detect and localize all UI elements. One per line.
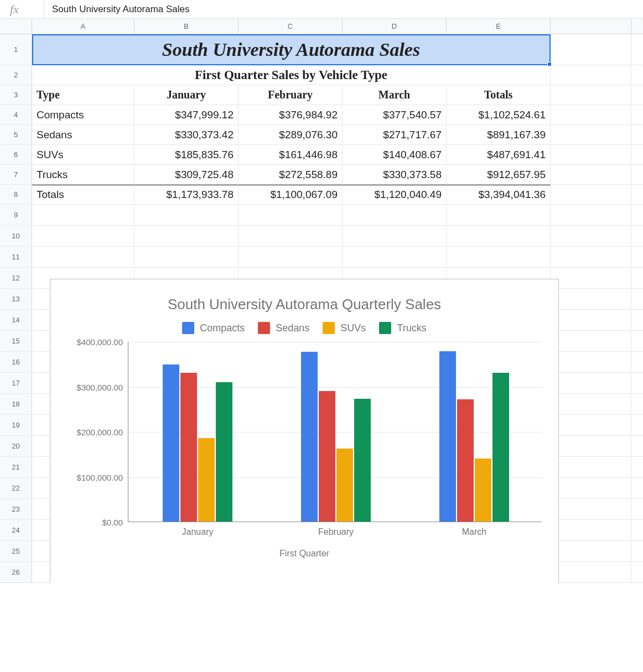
cell-E9[interactable] [447,205,551,225]
cell-blank[interactable] [551,145,631,164]
cell-blank[interactable] [551,436,631,456]
cell-C7[interactable]: $272,558.89 [238,165,343,184]
row-header-3[interactable]: 3 [0,85,32,105]
select-all-corner[interactable] [0,19,32,34]
cell-C9[interactable] [238,205,343,225]
row-header-16[interactable]: 16 [0,352,32,372]
cell-C10[interactable] [238,226,343,246]
cell-E11[interactable] [447,247,551,267]
cell-blank[interactable] [551,105,631,124]
cell-A8[interactable]: Totals [32,185,134,204]
row-header-18[interactable]: 18 [0,394,32,414]
cell-A6[interactable]: SUVs [32,145,134,164]
formula-bar-content[interactable]: South University Autorama Sales [44,4,643,15]
cell-D4[interactable]: $377,540.57 [343,105,447,124]
cell-B4[interactable]: $347,999.12 [134,105,238,124]
row-header-2[interactable]: 2 [0,65,32,85]
col-header-A[interactable]: A [32,19,134,34]
row-header-21[interactable]: 21 [0,457,32,477]
cell-blank[interactable] [551,226,631,246]
row-header-4[interactable]: 4 [0,105,32,124]
cell-C6[interactable]: $161,446.98 [238,145,343,164]
row-header-9[interactable]: 9 [0,205,32,225]
col-header-B[interactable]: B [134,19,238,34]
cell-B10[interactable] [134,226,238,246]
cell-C11[interactable] [238,247,343,267]
row-header-13[interactable]: 13 [0,289,32,309]
cell-blank[interactable] [551,310,631,330]
cell-blank[interactable] [551,520,631,540]
cell-A3[interactable]: Type [32,85,134,105]
row-header-15[interactable]: 15 [0,331,32,351]
cell-A10[interactable] [32,226,134,246]
cell-E10[interactable] [447,226,551,246]
row-header-11[interactable]: 11 [0,247,32,267]
row-header-10[interactable]: 10 [0,226,32,246]
cell-blank[interactable] [551,478,631,498]
row-header-25[interactable]: 25 [0,541,32,561]
row-header-19[interactable]: 19 [0,415,32,435]
cell-blank[interactable] [551,165,631,184]
cell-C3[interactable]: February [238,85,343,105]
row-header-5[interactable]: 5 [0,125,32,144]
cell-blank[interactable] [551,85,631,105]
cell-D3[interactable]: March [343,85,447,105]
cell-C5[interactable]: $289,076.30 [238,125,343,144]
cell-D5[interactable]: $271,717.67 [343,125,447,144]
cell-A7[interactable]: Trucks [32,165,134,184]
cell-blank[interactable] [551,541,631,561]
row-header-22[interactable]: 22 [0,478,32,498]
col-header-D[interactable]: D [343,19,447,34]
cell-C8[interactable]: $1,100,067.09 [238,185,343,204]
cell-D9[interactable] [343,205,447,225]
col-header-C[interactable]: C [238,19,343,34]
cell-A4[interactable]: Compacts [32,105,134,124]
cell-E6[interactable]: $487,691.41 [447,145,551,164]
row-header-17[interactable]: 17 [0,373,32,393]
cell-blank[interactable] [551,373,631,393]
cell-A5[interactable]: Sedans [32,125,134,144]
cell-blank[interactable] [551,394,631,414]
subtitle-cell[interactable]: First Quarter Sales by Vehicle Type [32,65,551,85]
row-header-12[interactable]: 12 [0,268,32,288]
row-header-6[interactable]: 6 [0,145,32,164]
cell-E7[interactable]: $912,657.95 [447,165,551,184]
cell-blank[interactable] [551,457,631,477]
chart[interactable]: South University Autorama Quarterly Sale… [50,279,559,583]
cell-blank[interactable] [551,205,631,225]
cell-B7[interactable]: $309,725.48 [134,165,238,184]
formula-bar[interactable]: fx South University Autorama Sales [0,0,643,19]
cell-C4[interactable]: $376,984.92 [238,105,343,124]
cell-D10[interactable] [343,226,447,246]
cell-blank[interactable] [551,352,631,372]
cell-blank[interactable] [551,185,631,204]
row-header-8[interactable]: 8 [0,185,32,204]
spreadsheet-grid[interactable]: A B C D E 1 South University Autorama Sa… [0,19,643,583]
cell-blank[interactable] [551,415,631,435]
cell-A11[interactable] [32,247,134,267]
cell-E8[interactable]: $3,394,041.36 [447,185,551,204]
row-header-26[interactable]: 26 [0,562,32,582]
cell-D11[interactable] [343,247,447,267]
cell-blank[interactable] [551,268,631,288]
row-header-1[interactable]: 1 [0,34,32,65]
cell-B9[interactable] [134,205,238,225]
title-cell[interactable]: South University Autorama Sales [32,34,551,65]
cell-D7[interactable]: $330,373.58 [343,165,447,184]
cell-blank[interactable] [551,125,631,144]
row-header-23[interactable]: 23 [0,499,32,519]
cell-B6[interactable]: $185,835.76 [134,145,238,164]
row-header-20[interactable]: 20 [0,436,32,456]
cell-B3[interactable]: January [134,85,238,105]
cell-blank[interactable] [551,562,631,582]
cell-A9[interactable] [32,205,134,225]
cell-blank[interactable] [551,499,631,519]
cell-D6[interactable]: $140,408.67 [343,145,447,164]
cell-blank[interactable] [551,34,631,65]
cell-E4[interactable]: $1,102,524.61 [447,105,551,124]
cell-blank[interactable] [551,65,631,85]
row-header-24[interactable]: 24 [0,520,32,540]
row-header-14[interactable]: 14 [0,310,32,330]
cell-blank[interactable] [551,247,631,267]
cell-blank[interactable] [551,289,631,309]
